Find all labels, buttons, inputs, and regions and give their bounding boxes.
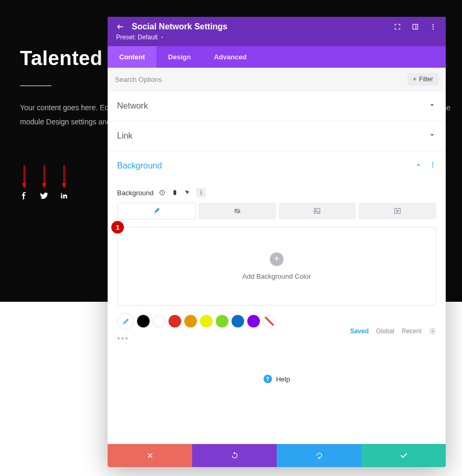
help-label: Help — [276, 375, 290, 383]
section-network[interactable]: Network — [108, 91, 446, 121]
background-type-tabs — [117, 203, 436, 219]
arrow-icon — [60, 165, 68, 188]
palette-saved[interactable]: Saved — [350, 327, 369, 335]
hover-icon[interactable] — [184, 189, 191, 196]
svg-point-18 — [201, 194, 202, 195]
text-line-1: Your content goes here. Edi — [20, 103, 110, 112]
cancel-button[interactable] — [108, 444, 192, 467]
chevron-up-icon — [414, 161, 423, 171]
section-background-body: Background 1 + Add Background Color — [108, 181, 446, 396]
svg-point-11 — [432, 162, 433, 163]
panel-header: Social Network Settings Preset: Default — [108, 17, 446, 46]
panel-footer — [108, 444, 446, 467]
title-divider — [20, 86, 51, 86]
swatch-blue[interactable] — [232, 315, 244, 327]
swatch-white[interactable] — [153, 315, 165, 327]
tab-advanced[interactable]: Advanced — [202, 46, 258, 68]
arrow-icon — [40, 165, 48, 188]
step-badge: 1 — [111, 221, 124, 234]
help-badge-icon: ? — [264, 375, 272, 383]
preset-dropdown[interactable]: Preset: Default — [116, 34, 437, 41]
bg-tab-video[interactable] — [359, 203, 436, 219]
social-icons-row — [20, 192, 68, 200]
field-kebab-icon[interactable] — [196, 188, 206, 197]
svg-point-14 — [160, 191, 165, 195]
swatch-black[interactable] — [137, 315, 150, 327]
panel-toolbar: Search Options + Filter — [108, 68, 446, 91]
panel-tabs: Content Design Advanced — [108, 46, 446, 68]
svg-point-10 — [433, 28, 434, 29]
svg-point-12 — [432, 164, 433, 165]
bg-tab-color[interactable] — [117, 203, 196, 219]
filter-label: Filter — [419, 76, 433, 83]
section-title: Background — [117, 161, 162, 171]
panel-body: Network Link Background Background — [108, 91, 446, 444]
undo-button[interactable] — [192, 444, 277, 467]
responsive-icon[interactable] — [171, 189, 178, 196]
tab-content[interactable]: Content — [108, 46, 156, 68]
background-field-row: Background — [117, 188, 436, 197]
help-icon[interactable] — [159, 189, 166, 196]
svg-point-23 — [432, 330, 434, 332]
background-label: Background — [117, 189, 153, 197]
linkedin-icon[interactable] — [60, 192, 68, 200]
bg-tab-gradient[interactable] — [198, 203, 276, 219]
svg-point-8 — [433, 24, 434, 25]
swatch-yellow[interactable] — [200, 315, 213, 327]
section-link[interactable]: Link — [108, 121, 446, 151]
chevron-down-icon — [428, 131, 436, 141]
svg-rect-15 — [174, 191, 176, 195]
svg-rect-20 — [314, 208, 320, 213]
svg-marker-5 — [62, 183, 66, 188]
swatch-meta: Saved Global Recent — [350, 327, 436, 335]
facebook-icon[interactable] — [20, 192, 28, 200]
section-background[interactable]: Background — [108, 151, 446, 181]
save-button[interactable] — [361, 444, 446, 467]
svg-point-13 — [432, 166, 433, 167]
background-preview: 1 + Add Background Color — [117, 227, 436, 305]
section-title: Link — [117, 131, 132, 141]
add-background-label: Add Background Color — [243, 272, 311, 280]
settings-panel: Social Network Settings Preset: Default … — [108, 17, 446, 467]
chevron-down-icon — [428, 101, 436, 111]
svg-marker-3 — [42, 183, 46, 188]
swatch-orange[interactable] — [184, 315, 197, 327]
bg-tab-image[interactable] — [279, 203, 356, 219]
annotation-arrows — [20, 165, 68, 188]
swatch-purple[interactable] — [247, 315, 260, 327]
help-link[interactable]: ? Help — [117, 375, 436, 383]
svg-point-9 — [433, 26, 434, 27]
swatch-red[interactable] — [169, 315, 181, 327]
swatch-none[interactable] — [263, 315, 276, 327]
palette-global[interactable]: Global — [376, 327, 394, 335]
kebab-menu-icon[interactable] — [429, 23, 437, 31]
swatch-green[interactable] — [216, 315, 228, 327]
section-title: Network — [117, 101, 148, 111]
svg-rect-6 — [413, 24, 417, 29]
more-swatches-icon[interactable]: ••• — [117, 334, 129, 343]
preset-label: Preset: Default — [116, 34, 158, 41]
redo-button[interactable] — [277, 444, 361, 467]
svg-point-16 — [201, 191, 202, 192]
arrow-icon — [20, 165, 28, 188]
panel-title: Social Network Settings — [132, 22, 227, 31]
palette-recent[interactable]: Recent — [402, 327, 422, 335]
plus-icon: + — [413, 76, 416, 83]
search-input[interactable]: Search Options — [115, 76, 162, 83]
filter-button[interactable]: + Filter — [407, 73, 438, 86]
tab-design[interactable]: Design — [156, 46, 202, 68]
gear-icon[interactable] — [429, 327, 436, 335]
twitter-icon[interactable] — [40, 192, 48, 200]
text-line-2: module Design settings and — [20, 118, 111, 126]
section-kebab-icon[interactable] — [429, 161, 436, 171]
add-background-button[interactable]: + — [270, 252, 284, 266]
back-icon[interactable] — [116, 23, 124, 31]
svg-marker-1 — [22, 183, 26, 188]
svg-point-17 — [201, 192, 202, 193]
panel-layout-icon[interactable] — [411, 23, 419, 31]
expand-icon[interactable] — [393, 23, 402, 31]
eyedropper-icon[interactable] — [117, 313, 134, 330]
